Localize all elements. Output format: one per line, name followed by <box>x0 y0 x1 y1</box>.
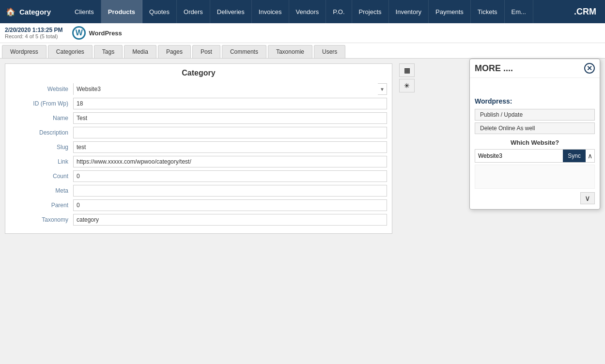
field-id <box>73 98 387 109</box>
chevron-down-icon[interactable]: ∨ <box>580 192 595 204</box>
label-id: ID (From Wp) <box>10 100 73 107</box>
brand: 🏠 Category <box>0 0 68 23</box>
nav-right: .CRM <box>569 0 605 23</box>
field-count <box>73 170 387 182</box>
form-row-meta: Meta <box>10 185 387 197</box>
popup-close-button[interactable]: ✕ <box>584 63 595 74</box>
website-sync-row: Sync ∧ <box>475 149 595 163</box>
publish-update-button[interactable]: Publish / Update <box>475 109 595 121</box>
nav-item-vendors[interactable]: Vendors <box>289 0 326 23</box>
tab-categories[interactable]: Categories <box>48 45 93 58</box>
popup-website-input[interactable] <box>475 150 563 162</box>
popup-body: Wordpress: Publish / Update Delete Onlin… <box>470 78 600 209</box>
nav-items: Clients Products Quotes Orders Deliverie… <box>68 0 533 23</box>
toolbar-star-icon[interactable]: ✳ <box>399 79 415 92</box>
tab-media[interactable]: Media <box>124 45 156 58</box>
field-name <box>73 112 387 124</box>
form-row-description: Description <box>10 127 387 138</box>
close-icon: ✕ <box>587 64 592 72</box>
description-input[interactable] <box>73 127 387 138</box>
wp-circle-icon: W <box>72 26 86 40</box>
popup-panel: MORE .... ✕ Wordpress: Publish / Update … <box>469 59 600 210</box>
popup-footer: ∨ <box>475 192 595 204</box>
tab-post[interactable]: Post <box>192 45 220 58</box>
nav-item-orders[interactable]: Orders <box>177 0 210 23</box>
record-info: Record: 4 of 5 (5 total) <box>5 33 62 39</box>
form-row-parent: Parent <box>10 199 387 211</box>
label-taxonomy: Taxonomy <box>10 216 73 223</box>
form-title: Category <box>10 69 387 77</box>
label-meta: Meta <box>10 187 73 194</box>
chevron-up-icon[interactable]: ∧ <box>586 152 594 160</box>
nav-item-projects[interactable]: Projects <box>352 0 389 23</box>
slug-input[interactable] <box>73 141 387 153</box>
field-parent <box>73 199 387 211</box>
name-input[interactable] <box>73 112 387 124</box>
form-row-count: Count <box>10 170 387 182</box>
website-dropdown-icon[interactable]: ▼ <box>378 87 387 92</box>
crm-logo: .CRM <box>569 7 601 17</box>
count-input[interactable] <box>73 170 387 182</box>
main-area: Category Website ▼ ID (From Wp) Name <box>0 59 605 239</box>
home-icon: 🏠 <box>6 7 16 16</box>
form-row-taxonomy: Taxonomy <box>10 214 387 226</box>
label-count: Count <box>10 173 73 180</box>
sub-header: 2/20/2020 1:13:25 PM Record: 4 of 5 (5 t… <box>0 23 605 43</box>
form-row-link: Link <box>10 156 387 167</box>
label-website: Website <box>10 86 73 92</box>
toolbar-grid-icon[interactable]: ▦ <box>399 63 415 77</box>
field-taxonomy <box>73 214 387 226</box>
label-parent: Parent <box>10 202 73 209</box>
field-description <box>73 127 387 138</box>
which-website-title: Which Website? <box>475 139 595 146</box>
field-meta <box>73 185 387 197</box>
delete-online-button[interactable]: Delete Online As well <box>475 122 595 134</box>
link-input[interactable] <box>73 156 387 167</box>
label-link: Link <box>10 158 73 165</box>
form-row-slug: Slug <box>10 141 387 153</box>
wordpress-logo: W WordPress <box>72 26 122 40</box>
field-slug <box>73 141 387 153</box>
sync-button[interactable]: Sync <box>563 150 586 162</box>
app-title: Category <box>19 8 51 16</box>
which-website-section: Which Website? Sync ∧ ∨ <box>475 139 595 204</box>
popup-header: MORE .... ✕ <box>470 59 600 78</box>
popup-title: MORE .... <box>475 63 513 74</box>
wordpress-section-title: Wordpress: <box>475 97 595 105</box>
nav-item-tickets[interactable]: Tickets <box>471 0 505 23</box>
label-description: Description <box>10 129 73 136</box>
tab-bar: Wordpress Categories Tags Media Pages Po… <box>0 43 605 59</box>
meta-input[interactable] <box>73 185 387 197</box>
tab-users[interactable]: Users <box>314 45 345 58</box>
nav-item-invoices[interactable]: Invoices <box>252 0 289 23</box>
field-website: ▼ <box>73 83 387 95</box>
nav-item-em[interactable]: Em... <box>505 0 533 23</box>
tab-taxonomie[interactable]: Taxonomie <box>268 45 312 58</box>
nav-item-payments[interactable]: Payments <box>429 0 471 23</box>
nav-item-deliveries[interactable]: Deliveries <box>210 0 252 23</box>
form-row-id: ID (From Wp) <box>10 98 387 109</box>
datetime: 2/20/2020 1:13:25 PM <box>5 27 62 33</box>
nav-item-quotes[interactable]: Quotes <box>142 0 177 23</box>
form-panel: Category Website ▼ ID (From Wp) Name <box>5 63 392 234</box>
id-input[interactable] <box>73 98 387 109</box>
website-input[interactable] <box>74 83 378 95</box>
taxonomy-input[interactable] <box>73 214 387 226</box>
wordpress-label: WordPress <box>89 30 122 37</box>
label-slug: Slug <box>10 144 73 151</box>
tab-pages[interactable]: Pages <box>158 45 191 58</box>
nav-item-products[interactable]: Products <box>101 0 142 23</box>
field-link <box>73 156 387 167</box>
tab-comments[interactable]: Comments <box>222 45 266 58</box>
nav-item-inventory[interactable]: Inventory <box>389 0 429 23</box>
form-row-name: Name <box>10 112 387 124</box>
nav-item-clients[interactable]: Clients <box>68 0 101 23</box>
nav-item-po[interactable]: P.O. <box>326 0 352 23</box>
popup-textarea[interactable] <box>475 165 595 189</box>
parent-input[interactable] <box>73 199 387 211</box>
form-row-website: Website ▼ <box>10 83 387 95</box>
tab-tags[interactable]: Tags <box>94 45 123 58</box>
top-nav: 🏠 Category Clients Products Quotes Order… <box>0 0 605 23</box>
label-name: Name <box>10 115 73 121</box>
tab-wordpress[interactable]: Wordpress <box>2 45 47 58</box>
